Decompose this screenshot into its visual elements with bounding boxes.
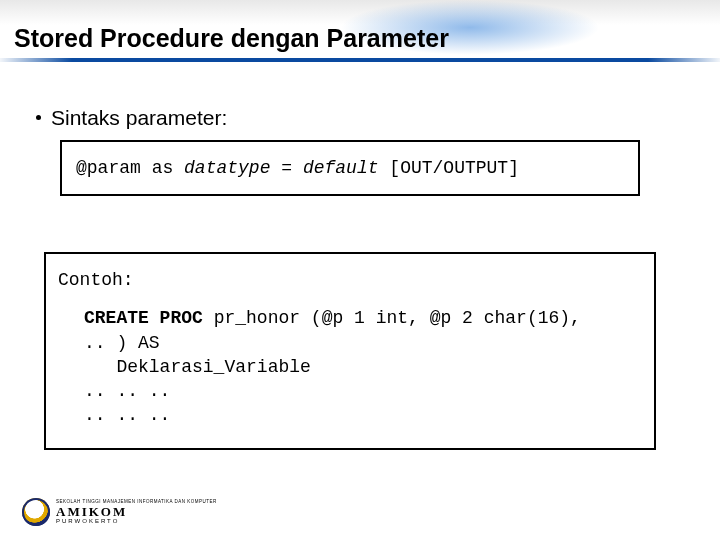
code-line4: .. .. .. <box>84 381 170 401</box>
title-underline <box>0 58 720 62</box>
syntax-eq: = <box>281 158 292 178</box>
syntax-param: @param <box>76 158 141 178</box>
footer-city: PURWOKERTO <box>56 518 217 524</box>
footer-text: SEKOLAH TINGGI MANAJEMEN INFORMATIKA DAN… <box>56 500 217 524</box>
bullet-dot-icon <box>36 115 41 120</box>
syntax-box: @param as datatype = default [OUT/OUTPUT… <box>60 140 640 196</box>
code-line5: .. .. .. <box>84 405 170 425</box>
example-code: CREATE PROC pr_honor (@p 1 int, @p 2 cha… <box>58 306 642 427</box>
bullet-label: Sintaks parameter: <box>51 106 227 129</box>
bullet-item: Sintaks parameter: <box>36 106 227 130</box>
example-box: Contoh: CREATE PROC pr_honor (@p 1 int, … <box>44 252 656 450</box>
syntax-datatype: datatype <box>184 158 270 178</box>
footer: SEKOLAH TINGGI MANAJEMEN INFORMATIKA DAN… <box>22 498 217 526</box>
syntax-outopt: [OUT/OUTPUT] <box>389 158 519 178</box>
code-line3: Deklarasi_Variable <box>84 357 311 377</box>
footer-name: AMIKOM <box>56 505 217 518</box>
code-line2: .. ) AS <box>84 333 160 353</box>
slide-title: Stored Procedure dengan Parameter <box>14 24 449 53</box>
example-label: Contoh: <box>58 268 642 292</box>
logo-icon <box>22 498 50 526</box>
syntax-default: default <box>303 158 379 178</box>
code-line1b: pr_honor (@p 1 int, @p 2 char(16), <box>203 308 581 328</box>
header-gradient <box>0 0 720 25</box>
code-keyword: CREATE PROC <box>84 308 203 328</box>
syntax-as: as <box>152 158 174 178</box>
